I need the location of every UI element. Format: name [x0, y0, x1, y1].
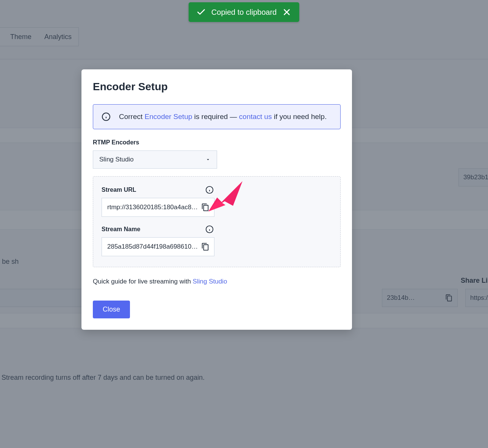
info-banner: Correct Encoder Setup is required — cont…: [93, 104, 341, 129]
encoder-setup-dialog: Encoder Setup Correct Encoder Setup is r…: [81, 69, 352, 330]
info-icon: [102, 112, 111, 121]
rtmp-encoder-select[interactable]: Sling Studio: [93, 150, 217, 169]
copy-icon[interactable]: [201, 203, 210, 211]
stream-url-label: Stream URL: [102, 186, 136, 193]
stream-name-label: Stream Name: [102, 226, 140, 233]
close-button[interactable]: Close: [93, 301, 130, 318]
rtmp-encoders-label: RTMP Encoders: [93, 139, 341, 146]
banner-text: Correct Encoder Setup is required — cont…: [119, 113, 327, 121]
chevron-down-icon: [205, 157, 211, 162]
stream-name-input[interactable]: [107, 243, 198, 251]
info-icon[interactable]: [205, 225, 214, 233]
encoder-setup-link[interactable]: Encoder Setup: [145, 113, 192, 121]
stream-url-input[interactable]: [107, 204, 198, 211]
stream-url-field: [102, 198, 214, 217]
toast-message: Copied to clipboard: [211, 8, 277, 17]
toast-copied: Copied to clipboard: [189, 2, 299, 22]
check-icon: [196, 7, 206, 17]
stream-fields-panel: Stream URL Stream Name: [93, 176, 341, 267]
stream-name-field: [102, 237, 214, 256]
sling-studio-guide-link[interactable]: Sling Studio: [193, 278, 227, 285]
select-value: Sling Studio: [99, 156, 134, 163]
contact-us-link[interactable]: contact us: [239, 113, 272, 121]
close-icon[interactable]: [282, 7, 292, 17]
info-icon[interactable]: [205, 186, 214, 194]
quick-guide-text: Quick guide for live streaming with Slin…: [93, 278, 341, 285]
copy-icon[interactable]: [201, 243, 210, 251]
dialog-title: Encoder Setup: [93, 81, 341, 93]
